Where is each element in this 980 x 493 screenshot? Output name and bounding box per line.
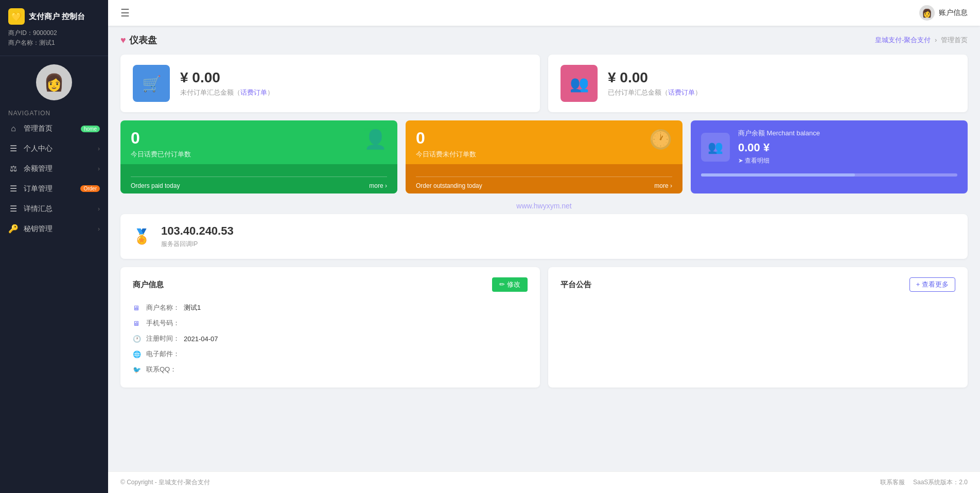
ip-card: 🏅 103.40.240.53 服务器回调IP bbox=[120, 214, 968, 259]
phone-icon: 🖥 bbox=[133, 320, 142, 327]
server-icon: 🏅 bbox=[133, 228, 151, 245]
announcement-header: 平台公告 + 查看更多 bbox=[561, 277, 955, 292]
unpaid-orders-card: 🛒 ¥ 0.00 未付订单汇总金额（话费订单） bbox=[120, 55, 540, 112]
unpaid-today-count: 0 bbox=[416, 129, 672, 148]
paid-today-count: 0 bbox=[131, 129, 387, 148]
edit-merchant-button[interactable]: ✏ 修改 bbox=[492, 277, 528, 292]
paid-today-icon: 👤 bbox=[364, 129, 387, 150]
version-label: SaaS系统版本：2.0 bbox=[913, 478, 968, 487]
chevron-right-icon: › bbox=[98, 205, 100, 213]
merchant-balance-title: 商户余额 Merchant balance bbox=[738, 129, 820, 138]
paid-label-text: 已付订单汇总金额（ bbox=[608, 89, 668, 96]
sidebar-item-label: 管理首页 bbox=[24, 124, 76, 133]
merchant-balance-card: 👥 商户余额 Merchant balance 0.00 ¥ ➤ 查看明细 bbox=[691, 120, 968, 193]
sidebar-item-orders[interactable]: ☰ 订单管理 Order bbox=[0, 179, 108, 199]
qq-label: 联系QQ： bbox=[146, 365, 177, 374]
breadcrumb-current: 管理首页 bbox=[941, 36, 968, 44]
account-info-button[interactable]: 👩 账户信息 bbox=[919, 5, 968, 21]
merchant-balance-inner: 👥 商户余额 Merchant balance 0.00 ¥ ➤ 查看明细 bbox=[701, 129, 957, 165]
paid-label-link[interactable]: 话费订单 bbox=[668, 89, 695, 96]
page-title-bar: ♥ 仪表盘 皇城支付-聚合支付 › 管理首页 bbox=[120, 34, 968, 46]
cart-icon-box: 🛒 bbox=[133, 65, 170, 102]
unpaid-label: 未付订单汇总金额（话费订单） bbox=[180, 88, 274, 97]
sidebar-item-keys[interactable]: 🔑 秘钥管理 › bbox=[0, 219, 108, 239]
paid-orders-info: ¥ 0.00 已付订单汇总金额（话费订单） bbox=[608, 69, 702, 97]
nav-label: Navigation bbox=[0, 104, 108, 119]
sidebar-header: 💛 支付商户 控制台 商户ID：9000002 商户名称：测试1 bbox=[0, 0, 108, 56]
merchant-balance-icon-box: 👥 bbox=[701, 133, 730, 162]
unpaid-today-card: 🕐 0 今日话费未付订单数 Order outstanding today mo… bbox=[406, 120, 682, 193]
sidebar-item-label: 订单管理 bbox=[24, 184, 75, 193]
paid-today-card: 👤 0 今日话费已付订单数 Orders paid today more › bbox=[120, 120, 397, 193]
unpaid-today-more-button[interactable]: more › bbox=[654, 182, 672, 189]
sidebar-item-details[interactable]: ☰ 详情汇总 › bbox=[0, 199, 108, 219]
paid-today-footer-inner: Orders paid today more › bbox=[131, 177, 387, 189]
merchant-name-label: 商户名称： bbox=[146, 303, 180, 312]
sidebar-item-balance[interactable]: ⚖ 余额管理 › bbox=[0, 159, 108, 179]
heart-icon: ♥ bbox=[120, 35, 126, 46]
breadcrumb-link1[interactable]: 皇城支付-聚合支付 bbox=[875, 36, 931, 44]
paid-today-more-button[interactable]: more › bbox=[369, 182, 387, 189]
watermark-text: www.hwyxym.net bbox=[120, 202, 968, 210]
header-avatar: 👩 bbox=[919, 5, 935, 21]
footer-links: 联系客服 SaaS系统版本：2.0 bbox=[880, 478, 968, 487]
unpaid-amount: ¥ 0.00 bbox=[180, 69, 274, 86]
sidebar-item-home[interactable]: ⌂ 管理首页 home bbox=[0, 119, 108, 138]
unpaid-today-footer: Order outstanding today more › bbox=[406, 164, 682, 193]
account-label: 账户信息 bbox=[939, 8, 968, 17]
time-icon: 🕐 bbox=[133, 335, 142, 343]
merchant-users-icon: 👥 bbox=[708, 140, 723, 154]
sidebar-item-label: 秘钥管理 bbox=[24, 224, 93, 234]
ip-address: 103.40.240.53 bbox=[161, 224, 234, 238]
contact-support-link[interactable]: 联系客服 bbox=[880, 478, 905, 487]
chevron-right-icon: › bbox=[98, 145, 100, 152]
ip-label: 服务器回调IP bbox=[161, 240, 234, 249]
merchant-info-title: 商户信息 bbox=[133, 280, 164, 290]
footer-copyright: © Copyright - 皇城支付-聚合支付 bbox=[120, 478, 210, 487]
ip-info: 103.40.240.53 服务器回调IP bbox=[161, 224, 234, 249]
chevron-right-icon: › bbox=[98, 165, 100, 172]
paid-orders-card: 👥 ¥ 0.00 已付订单汇总金额（话费订单） bbox=[548, 55, 968, 112]
phone-label: 手机号码： bbox=[146, 319, 180, 328]
sidebar-merchant-name: 商户名称：测试1 bbox=[8, 39, 100, 47]
unpaid-label-text: 未付订单汇总金额（ bbox=[180, 89, 240, 96]
menu-toggle-button[interactable]: ☰ bbox=[120, 7, 130, 19]
breadcrumb: 皇城支付-聚合支付 › 管理首页 bbox=[875, 36, 968, 45]
unpaid-label-link[interactable]: 话费订单 bbox=[240, 89, 267, 96]
key-icon: 🔑 bbox=[8, 224, 19, 234]
users-icon: 👥 bbox=[570, 75, 589, 93]
breadcrumb-separator: › bbox=[935, 36, 937, 44]
paid-today-footer: Orders paid today more › bbox=[120, 164, 397, 193]
sidebar-avatar: 👩 bbox=[0, 56, 108, 104]
unpaid-today-icon: 🕐 bbox=[649, 129, 672, 150]
sidebar-item-label: 余额管理 bbox=[24, 164, 93, 173]
announcement-title: 平台公告 bbox=[561, 280, 591, 290]
monitor-icon: 🖥 bbox=[133, 304, 142, 312]
paid-today-footer-label: Orders paid today bbox=[131, 182, 180, 189]
announcement-card: 平台公告 + 查看更多 bbox=[548, 267, 968, 388]
main-content: ☰ 👩 账户信息 ♥ 仪表盘 皇城支付-聚合支付 › 管理首页 bbox=[108, 0, 980, 493]
register-time-label: 注册时间： bbox=[146, 334, 180, 343]
chevron-right-icon: › bbox=[98, 225, 100, 233]
merchant-info-card: 商户信息 ✏ 修改 🖥 商户名称： 测试1 🖥 手机号码： 🕐 注册时间： 20… bbox=[120, 267, 540, 388]
email-label: 电子邮件： bbox=[146, 349, 180, 359]
cart-icon: 🛒 bbox=[142, 75, 161, 93]
paid-label-end: ） bbox=[695, 89, 702, 96]
merchant-balance-progress-fill bbox=[701, 173, 855, 177]
unpaid-label-end: ） bbox=[267, 89, 274, 96]
sidebar-title: 支付商户 控制台 bbox=[29, 12, 85, 22]
unpaid-today-label: 今日话费未付订单数 bbox=[416, 150, 672, 159]
sidebar: 💛 支付商户 控制台 商户ID：9000002 商户名称：测试1 👩 Navig… bbox=[0, 0, 108, 493]
top-header: ☰ 👩 账户信息 bbox=[108, 0, 980, 26]
merchant-balance-detail-button[interactable]: ➤ 查看明细 bbox=[738, 156, 820, 165]
qq-row: 🐦 联系QQ： bbox=[133, 362, 528, 377]
balance-icon: ⚖ bbox=[8, 164, 19, 173]
bottom-section: 商户信息 ✏ 修改 🖥 商户名称： 测试1 🖥 手机号码： 🕐 注册时间： 20… bbox=[120, 267, 968, 388]
sidebar-item-personal[interactable]: ☰ 个人中心 › bbox=[0, 138, 108, 159]
unpaid-orders-info: ¥ 0.00 未付订单汇总金额（话费订单） bbox=[180, 69, 274, 97]
view-more-button[interactable]: + 查看更多 bbox=[909, 277, 955, 292]
stats-row-2: 👤 0 今日话费已付订单数 Orders paid today more › 🕐… bbox=[120, 120, 968, 193]
globe-icon: 🌐 bbox=[133, 350, 142, 358]
orders-icon: ☰ bbox=[8, 184, 19, 193]
logo-icon: 💛 bbox=[8, 8, 25, 25]
